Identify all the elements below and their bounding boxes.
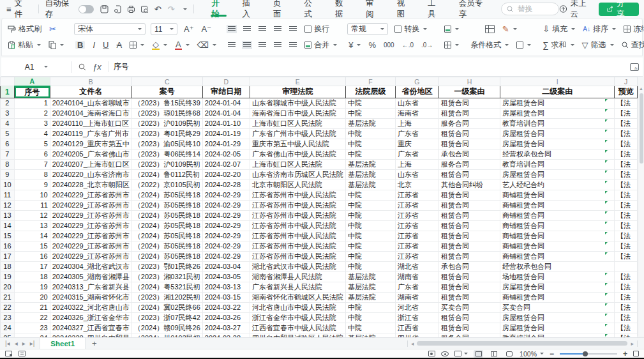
cell-A6[interactable]: 5 (14, 139, 50, 149)
cell-I7[interactable]: 经营权承包合同 (500, 149, 615, 159)
cell-H3[interactable]: 租赁合同 (438, 108, 500, 118)
cell-F10[interactable]: 基层法院 (345, 180, 395, 190)
cell-A12[interactable]: 11 (14, 200, 50, 210)
cell-A5[interactable]: 4 (14, 128, 50, 139)
cell-B3[interactable]: 20240104_海南省海口市 (50, 108, 131, 118)
pivot-table-icon[interactable] (428, 351, 435, 356)
cell-A14[interactable]: 13 (14, 220, 50, 231)
cell-D19[interactable]: 2024-03-05 (202, 271, 250, 282)
cell-H4[interactable]: 服务合同 (438, 118, 500, 128)
ribbon-tab-7[interactable]: 视图 (389, 0, 419, 18)
cell-B19[interactable]: 20240305_湖南省湘潭县 (50, 271, 131, 282)
number-format-select[interactable]: 常规 (347, 23, 388, 35)
cell-F4[interactable]: 基层法院 (345, 118, 395, 128)
cell-A10[interactable]: 9 (14, 180, 50, 190)
sort-button[interactable]: A↓排序 (581, 23, 617, 35)
increase-font-button[interactable]: A⁺ (183, 24, 195, 34)
column-header-J[interactable]: J (615, 77, 638, 86)
cell-I10[interactable]: 艺人经纪合约 (500, 180, 615, 190)
cell-settings-icon[interactable] (5, 351, 12, 356)
fill-color-button[interactable]: ◇ (151, 40, 168, 50)
cell-I11[interactable]: 商铺租赁合同 (500, 190, 615, 200)
cell-E18[interactable]: 湖北省武汉市中级人民法院 (250, 261, 345, 271)
row-header-18[interactable]: 18 (1, 261, 15, 271)
header-cell-D1[interactable]: 审结日期 (202, 86, 250, 98)
ribbon-tab-5[interactable]: 数据 (327, 0, 357, 18)
next-sheet-button[interactable]: ▸ (22, 340, 26, 347)
cell-G3[interactable]: 海南省 (395, 108, 438, 118)
cell-I25[interactable]: 教育培训合同 (500, 333, 615, 337)
cell-H16[interactable]: 租赁合同 (438, 241, 500, 251)
cell-I4[interactable]: 教育培训合同 (500, 118, 615, 128)
format-painter-button[interactable]: 格式刷 (6, 23, 43, 35)
cell-F12[interactable]: 中院 (345, 200, 395, 210)
find-button[interactable]: 查找 (620, 39, 644, 51)
fill-button[interactable]: ⇩填充 (541, 23, 576, 35)
cell-I8[interactable]: 教育培训合同 (500, 159, 615, 169)
cell-F15[interactable]: 中院 (345, 231, 395, 241)
cell-A22[interactable]: 21 (14, 302, 50, 312)
cell-E15[interactable]: 江苏省苏州市中级人民法院 (250, 231, 345, 241)
cell-F13[interactable]: 中院 (345, 210, 395, 220)
cell-G7[interactable]: 广东省 (395, 149, 438, 159)
cell-G25[interactable]: 四川省 (395, 333, 438, 337)
cell-J18[interactable]: 【法宝 (615, 261, 638, 271)
cell-B15[interactable]: 20240229_江苏省苏州市 (50, 231, 131, 241)
column-header-G[interactable]: G (395, 77, 438, 86)
ribbon-tab-8[interactable]: 工具 (419, 0, 450, 18)
conditional-format-button[interactable]: 条件格式 (469, 39, 510, 51)
cell-B11[interactable]: 20240229_江苏省苏州市 (50, 190, 131, 200)
cell-J2[interactable]: 【法 (615, 98, 638, 108)
cell-I16[interactable]: 商铺租赁合同 (500, 241, 615, 251)
cell-D16[interactable]: 2024-02-29 (202, 241, 250, 251)
cell-J5[interactable]: 【法 (615, 128, 638, 139)
cell-B2[interactable]: 20240104_山东省聊城市 (50, 98, 131, 108)
cell-C11[interactable]: （2024）苏05民终18 (131, 190, 202, 200)
cell-B8[interactable]: 20240207_上海市虹口区 (50, 159, 131, 169)
cell-D25[interactable]: 2024-03-28 (202, 333, 250, 337)
distributed-button[interactable] (288, 42, 298, 49)
cell-D7[interactable]: 2024-02-05 (202, 149, 250, 159)
font-name-select[interactable]: 宋体 (74, 23, 146, 35)
row-header-11[interactable]: 11 (1, 190, 15, 200)
justify-button[interactable] (273, 42, 283, 49)
cell-E4[interactable]: 上海市虹口区人民法院 (250, 118, 345, 128)
cell-G18[interactable]: 湖北省 (395, 261, 438, 271)
ribbon-tab-2[interactable]: 插入 (234, 0, 265, 18)
row-header-23[interactable]: 23 (1, 312, 15, 323)
cell-A25[interactable]: 24 (14, 333, 50, 337)
cell-G5[interactable]: 广东省 (395, 128, 438, 139)
decrease-font-button[interactable]: A⁻ (200, 24, 213, 34)
cell-F11[interactable]: 中院 (345, 190, 395, 200)
cell-E6[interactable]: 重庆市第五中级人民法院 (250, 139, 345, 149)
cell-A2[interactable]: 1 (14, 98, 50, 108)
zoom-formula-icon[interactable] (79, 63, 86, 71)
cell-E12[interactable]: 江苏省苏州市中级人民法院 (250, 200, 345, 210)
wrap-text-button[interactable]: 换行 (303, 23, 331, 35)
cell-I24[interactable]: 房屋租赁合同 (500, 323, 615, 333)
fullscreen-icon[interactable] (633, 351, 639, 356)
quick-access-dropdown[interactable] (177, 3, 191, 15)
row-header-19[interactable]: 19 (1, 271, 15, 282)
thousands-format-button[interactable]: 000 (382, 41, 396, 49)
cell-D4[interactable]: 2024-01-10 (202, 118, 250, 128)
cell-H25[interactable]: 服务合同 (438, 333, 500, 337)
strikethrough-button[interactable]: A (115, 40, 123, 50)
cell-G23[interactable]: 浙江省 (395, 312, 438, 323)
cell-J9[interactable]: 【法 (615, 169, 638, 180)
cell-B16[interactable]: 20240229_江苏省苏州市 (50, 241, 131, 251)
bold-button[interactable]: B (74, 40, 86, 50)
select-all-corner[interactable] (1, 77, 15, 86)
column-header-B[interactable]: B (50, 77, 131, 86)
ribbon-tab-9[interactable]: 会员专享 (451, 0, 496, 18)
vertical-scrollbar[interactable]: ▲ (638, 86, 644, 336)
increase-indent-button[interactable] (288, 26, 298, 33)
cell-A3[interactable]: 2 (14, 108, 50, 118)
cell-A15[interactable]: 14 (14, 231, 50, 241)
cell-G2[interactable]: 山东省 (395, 98, 438, 108)
cell-B13[interactable]: 20240229_江苏省苏州市 (50, 210, 131, 220)
column-header-A[interactable]: A (14, 77, 50, 86)
row-header-9[interactable]: 9 (1, 169, 15, 180)
cell-D13[interactable]: 2024-02-29 (202, 210, 250, 220)
cell-A18[interactable]: 17 (14, 261, 50, 271)
